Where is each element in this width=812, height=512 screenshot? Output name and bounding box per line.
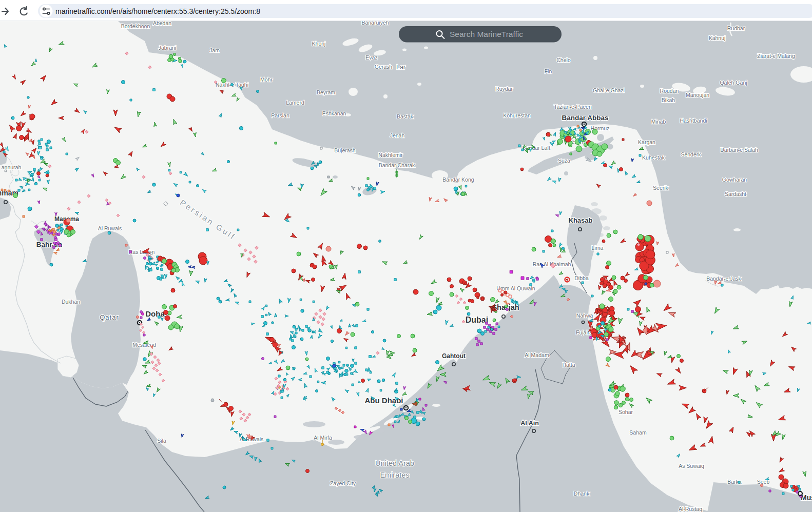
svg-text:Evaz: Evaz <box>365 54 377 61</box>
svg-text:Emirates: Emirates <box>380 471 409 479</box>
svg-text:Mohr: Mohr <box>260 76 273 83</box>
svg-text:Sila: Sila <box>157 438 166 444</box>
svg-text:Tazian-e-Paeen: Tazian-e-Paeen <box>554 104 592 110</box>
svg-text:Khonj: Khonj <box>312 41 326 47</box>
svg-text:Minab: Minab <box>651 119 666 125</box>
svg-text:United Arab: United Arab <box>375 459 414 467</box>
svg-text:Hatta: Hatta <box>562 362 575 368</box>
svg-text:Bandar Abbas: Bandar Abbas <box>562 114 608 122</box>
svg-text:Dukhan: Dukhan <box>62 299 80 305</box>
svg-text:Ruydar: Ruydar <box>495 86 513 92</box>
svg-text:Search MarineTraffic: Search MarineTraffic <box>450 30 523 38</box>
svg-text:Chelo: Chelo <box>556 57 571 63</box>
svg-text:Doha: Doha <box>145 309 165 318</box>
svg-text:Zayed City: Zayed City <box>330 480 356 486</box>
svg-text:Hashtbandi: Hashtbandi <box>680 117 707 124</box>
svg-text:Lima: Lima <box>592 245 604 251</box>
svg-text:Suza: Suza <box>558 157 570 164</box>
svg-text:Al-Rustaq: Al-Rustaq <box>679 506 702 512</box>
svg-text:Gowharan: Gowharan <box>722 176 747 183</box>
svg-text:Bandar-e Jask: Bandar-e Jask <box>706 275 741 282</box>
svg-text:Al Ain: Al Ain <box>520 420 539 427</box>
svg-text:Kuhestak: Kuhestak <box>642 154 665 161</box>
svg-text:Bastak: Bastak <box>397 113 414 120</box>
svg-text:Qatar: Qatar <box>100 313 119 321</box>
svg-text:Bandar Charak: Bandar Charak <box>379 162 415 168</box>
svg-text:Sardasht: Sardasht <box>725 191 746 197</box>
svg-text:Nakhlemir: Nakhlemir <box>378 152 403 158</box>
svg-text:Kargan: Kargan <box>638 139 655 145</box>
svg-text:Khasab: Khasab <box>569 216 593 224</box>
svg-text:Darban-e Salah: Darban-e Salah <box>720 147 758 153</box>
svg-text:Lar: Lar <box>396 64 405 71</box>
svg-text:Kahnuj: Kahnuj <box>709 35 726 41</box>
svg-text:Lamerd: Lamerd <box>286 100 304 106</box>
svg-text:Al Mirfa: Al Mirfa <box>314 435 332 441</box>
svg-text:Senderk: Senderk <box>681 151 701 157</box>
svg-text:Bandar Kong: Bandar Kong <box>442 176 474 183</box>
svg-text:Gerash: Gerash <box>375 64 393 70</box>
svg-text:Nahwa: Nahwa <box>576 312 593 319</box>
svg-text:As Suwaiq: As Suwaiq <box>679 463 704 469</box>
svg-text:Manoujan: Manoujan <box>686 92 709 98</box>
svg-text:Jabrani: Jabrani <box>159 45 176 51</box>
svg-text:Dibba: Dibba <box>574 275 589 281</box>
svg-text:Al Madam: Al Madam <box>525 352 549 358</box>
svg-text:Dubai: Dubai <box>466 316 488 324</box>
svg-text:Al Ruwais: Al Ruwais <box>98 225 122 231</box>
svg-text:Eshkanan: Eshkanan <box>322 110 346 116</box>
svg-text:Parsian: Parsian <box>271 112 289 119</box>
svg-text:Ziarat-e Malang: Ziarat-e Malang <box>757 53 795 59</box>
svg-text:Gahtout: Gahtout <box>442 352 466 360</box>
svg-text:Fin: Fin <box>545 68 552 74</box>
svg-text:Beyram: Beyram <box>317 89 335 95</box>
svg-text:Jenah: Jenah <box>390 132 405 139</box>
svg-text:Bikah: Bikah <box>662 97 675 103</box>
svg-text:Kohurestan: Kohurestan <box>503 112 531 119</box>
svg-text:marinetraffic.com/en/ais/home/: marinetraffic.com/en/ais/home/centerx:55… <box>55 7 260 15</box>
svg-text:Saham: Saham <box>629 429 647 436</box>
svg-text:annurah: annurah <box>2 164 22 170</box>
svg-text:Bujerash: Bujerash <box>334 147 356 153</box>
svg-text:Dhank: Dhank <box>574 490 590 497</box>
svg-text:Rudbar: Rudbar <box>727 25 745 31</box>
svg-text:Seerik: Seerik <box>653 185 669 191</box>
svg-text:Roudan: Roudan <box>660 88 679 94</box>
svg-text:Ghal-e Ghazi: Ghal-e Ghazi <box>593 87 625 93</box>
svg-text:Jam: Jam <box>209 47 220 53</box>
svg-text:Qaleh Ganj: Qaleh Ganj <box>720 80 747 86</box>
svg-text:Bordekhoon: Bordekhoon <box>121 23 150 29</box>
svg-text:Sohar: Sohar <box>618 409 633 415</box>
